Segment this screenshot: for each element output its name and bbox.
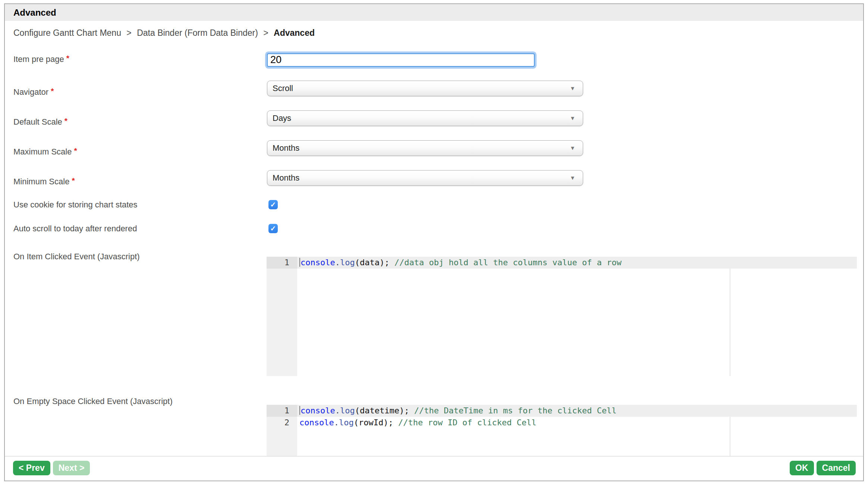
auto-scroll-checkbox[interactable]: ✓ (268, 224, 278, 233)
default-scale-label: Default Scale* (13, 117, 67, 127)
breadcrumb-separator: > (263, 28, 268, 38)
auto-scroll-label: Auto scroll to today after rendered (13, 224, 137, 233)
checkmark-icon: ✓ (268, 224, 278, 233)
code-text: console.log(datetime); //the DateTime in… (299, 405, 857, 417)
code-text: console.log(data); //data obj hold all t… (299, 257, 857, 269)
required-asterisk: * (66, 54, 69, 62)
line-number: 1 (267, 405, 297, 417)
editor-gutter (267, 257, 297, 376)
line-number: 1 (267, 257, 297, 269)
chevron-down-icon: ▼ (570, 111, 575, 126)
cancel-button[interactable]: Cancel (817, 461, 856, 475)
required-asterisk: * (51, 87, 54, 95)
advanced-dialog: Advanced Configure Gantt Chart Menu > Da… (4, 3, 864, 481)
breadcrumb: Configure Gantt Chart Menu > Data Binder… (13, 27, 315, 38)
footer-action-buttons: OK Cancel (790, 461, 856, 475)
code-line[interactable]: 2console.log(rowId); //the row ID of cli… (267, 417, 857, 429)
navigator-selected-value: Scroll (273, 81, 293, 96)
minimum-scale-select[interactable]: Months ▼ (267, 170, 583, 186)
required-asterisk: * (65, 116, 67, 125)
item-per-page-label: Item pre page* (13, 54, 69, 65)
default-scale-selected-value: Days (273, 111, 291, 126)
next-button[interactable]: Next > (53, 461, 90, 475)
code-line[interactable]: 1console.log(datetime); //the DateTime i… (267, 405, 857, 417)
code-line[interactable]: 1console.log(data); //data obj hold all … (267, 257, 857, 269)
checkmark-icon: ✓ (268, 200, 278, 209)
prev-button[interactable]: < Prev (13, 461, 50, 475)
navigator-label: Navigator* (13, 87, 54, 97)
maximum-scale-select[interactable]: Months ▼ (267, 140, 583, 156)
navigator-select[interactable]: Scroll ▼ (267, 81, 583, 96)
footer-nav-buttons: < Prev Next > (13, 461, 90, 475)
dialog-titlebar: Advanced (5, 4, 863, 21)
on-empty-space-clicked-label: On Empty Space Clicked Event (Javascript… (13, 396, 173, 407)
use-cookie-checkbox[interactable]: ✓ (268, 200, 278, 209)
maximum-scale-selected-value: Months (273, 141, 299, 156)
use-cookie-label: Use cookie for storing chart states (13, 200, 138, 209)
maximum-scale-label: Maximum Scale* (13, 147, 77, 157)
default-scale-select[interactable]: Days ▼ (267, 110, 583, 126)
ok-button[interactable]: OK (790, 461, 814, 475)
breadcrumb-item-current: Advanced (274, 28, 315, 38)
chevron-down-icon: ▼ (570, 81, 575, 96)
footer-divider (5, 456, 863, 457)
minimum-scale-selected-value: Months (273, 170, 299, 185)
line-number: 2 (267, 417, 297, 429)
editor-code-lines: 1console.log(data); //data obj hold all … (267, 257, 857, 269)
breadcrumb-separator: > (126, 28, 131, 38)
editor-print-margin (730, 257, 730, 376)
item-per-page-input[interactable] (267, 53, 535, 67)
chevron-down-icon: ▼ (570, 141, 575, 156)
required-asterisk: * (72, 176, 75, 185)
editor-code-lines: 1console.log(datetime); //the DateTime i… (267, 405, 857, 429)
on-item-clicked-code-editor[interactable]: 1console.log(data); //data obj hold all … (267, 257, 857, 376)
minimum-scale-label: Minimum Scale* (13, 176, 75, 187)
on-item-clicked-label: On Item Clicked Event (Javascript) (13, 251, 140, 262)
breadcrumb-item-data-binder[interactable]: Data Binder (Form Data Binder) (137, 28, 258, 38)
dialog-title: Advanced (13, 4, 56, 21)
breadcrumb-item-menu[interactable]: Configure Gantt Chart Menu (13, 28, 121, 38)
chevron-down-icon: ▼ (570, 170, 575, 185)
code-text: console.log(rowId); //the row ID of clic… (299, 417, 857, 429)
on-empty-space-clicked-code-editor[interactable]: 1console.log(datetime); //the DateTime i… (267, 405, 857, 456)
required-asterisk: * (74, 146, 77, 155)
